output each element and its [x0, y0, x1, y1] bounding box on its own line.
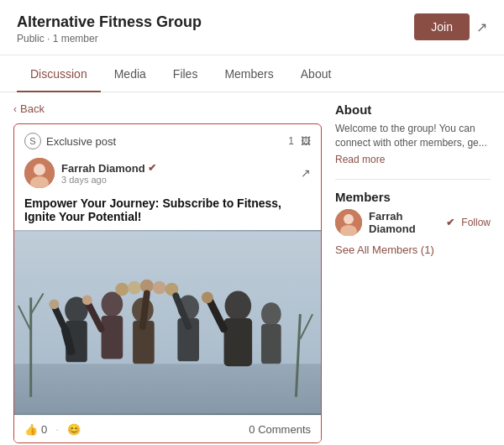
group-subtitle: Public · 1 member	[17, 33, 202, 44]
like-count: 0	[41, 423, 47, 436]
member-row: Farrah Diamond ✔ Follow	[335, 209, 491, 236]
group-title: Alternative Fitness Group	[17, 13, 202, 31]
read-more-link[interactable]: Read more	[335, 154, 491, 165]
post-time: 3 days ago	[61, 175, 156, 185]
svg-rect-36	[14, 231, 321, 413]
avatar	[24, 158, 55, 188]
author-name-block: Farrah Diamond ✔ 3 days ago	[61, 162, 156, 185]
post-card: S Exclusive post 1 🖼	[13, 123, 322, 443]
content-area: ‹ Back S Exclusive post 1 🖼	[0, 92, 504, 445]
about-text: Welcome to the group! You can connect wi…	[335, 122, 491, 150]
share-header-icon: ↗	[476, 20, 487, 34]
back-chevron-icon: ‹	[13, 103, 17, 115]
tab-members[interactable]: Members	[211, 55, 286, 92]
header-actions: Join ↗	[414, 13, 487, 40]
comments-count: 0 Comments	[249, 423, 311, 436]
tab-files[interactable]: Files	[160, 55, 212, 92]
post-share-button[interactable]: ↗	[301, 166, 311, 180]
tab-about[interactable]: About	[287, 55, 345, 92]
author-info: Farrah Diamond ✔ 3 days ago	[24, 158, 156, 188]
tab-discussion[interactable]: Discussion	[17, 55, 101, 92]
about-title: About	[335, 102, 491, 117]
post-count: 1	[288, 135, 294, 147]
right-sidebar: About Welcome to the group! You can conn…	[335, 102, 491, 443]
svg-point-1	[34, 164, 45, 175]
sidebar-about-section: About Welcome to the group! You can conn…	[335, 102, 491, 165]
back-link[interactable]: ‹ Back	[13, 102, 322, 115]
post-card-header: S Exclusive post 1 🖼	[14, 124, 321, 154]
svg-point-38	[344, 214, 354, 224]
post-count-share: 1 🖼	[288, 135, 311, 147]
footer-left: 👍 0 · 😊	[24, 422, 81, 436]
exclusive-badge: S Exclusive post	[24, 133, 116, 149]
tabs-bar: Discussion Media Files Members About	[0, 55, 504, 92]
member-verified-icon: ✔	[446, 217, 454, 228]
group-title-block: Alternative Fitness Group Public · 1 mem…	[17, 13, 202, 44]
image-count-icon: 🖼	[301, 135, 311, 147]
post-title: Empower Your Journey: Subscribe to Fitne…	[14, 193, 321, 230]
member-avatar	[335, 209, 362, 236]
back-label: Back	[20, 102, 45, 115]
left-column: ‹ Back S Exclusive post 1 🖼	[13, 102, 322, 443]
follow-button[interactable]: Follow	[461, 217, 491, 228]
member-name: Farrah Diamond ✔	[369, 210, 454, 235]
tab-media[interactable]: Media	[101, 55, 160, 92]
post-author-row: Farrah Diamond ✔ 3 days ago ↗	[14, 154, 321, 193]
exclusive-icon: S	[24, 133, 41, 149]
share-header-button[interactable]: ↗	[476, 19, 487, 35]
post-image	[14, 230, 321, 415]
exclusive-label: Exclusive post	[46, 135, 116, 148]
emoji-icon: 😊	[67, 423, 81, 436]
group-header: Alternative Fitness Group Public · 1 mem…	[0, 0, 504, 55]
join-button[interactable]: Join	[414, 13, 470, 40]
sidebar-members-section: Members Farrah Diamond ✔ Follow	[335, 190, 491, 256]
post-share-icon: ↗	[301, 166, 311, 180]
verified-icon: ✔	[148, 162, 156, 174]
emoji-button[interactable]: 😊	[67, 423, 81, 436]
sidebar-divider	[335, 179, 491, 180]
post-footer: 👍 0 · 😊 0 Comments	[14, 415, 321, 442]
members-title: Members	[335, 190, 491, 204]
author-name: Farrah Diamond ✔	[61, 162, 156, 175]
thumbs-up-icon: 👍	[24, 423, 38, 436]
footer-separator: ·	[55, 422, 59, 436]
see-all-members-link[interactable]: See All Members (1)	[335, 243, 434, 256]
like-button[interactable]: 👍 0	[24, 423, 47, 436]
